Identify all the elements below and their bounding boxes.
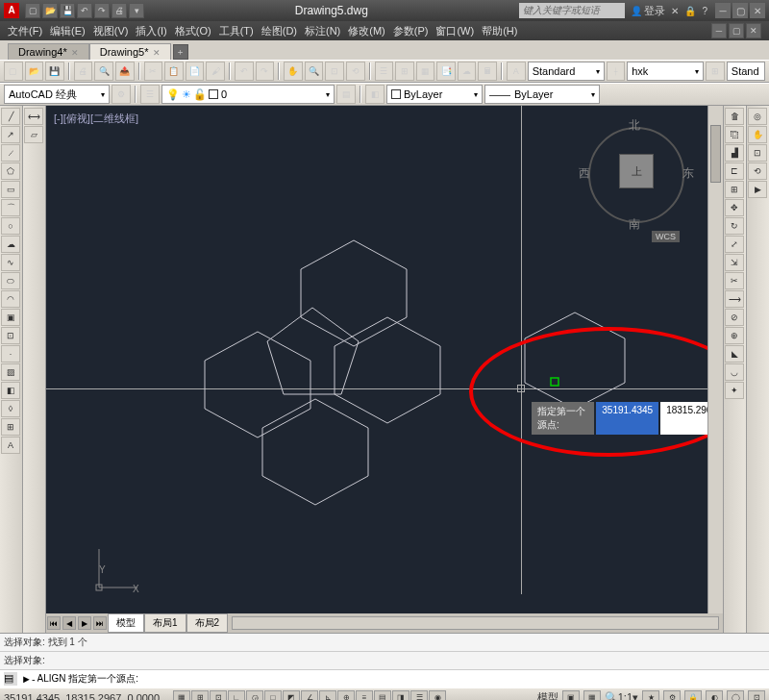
properties-icon[interactable]: ☰ xyxy=(375,62,394,81)
menu-parametric[interactable]: 参数(P) xyxy=(393,24,429,38)
menu-modify[interactable]: 修改(M) xyxy=(348,24,385,38)
break-icon[interactable]: ⊘ xyxy=(725,309,744,326)
close-button[interactable]: ✕ xyxy=(750,3,765,18)
ucs-icon[interactable] xyxy=(94,544,142,592)
close-icon[interactable]: ✕ xyxy=(71,48,79,58)
menu-draw[interactable]: 绘图(D) xyxy=(261,24,297,38)
open-icon[interactable]: 📂 xyxy=(25,62,44,81)
menu-window[interactable]: 窗口(W) xyxy=(435,24,474,38)
gradient-icon[interactable]: ◧ xyxy=(1,382,20,399)
polygon-icon[interactable]: ⬠ xyxy=(1,162,20,180)
offset-icon[interactable]: ⊏ xyxy=(725,162,744,180)
zoom-extents-icon[interactable]: ⊡ xyxy=(748,144,767,162)
text-style-dropdown[interactable]: Standard▾ xyxy=(528,62,605,81)
xline-icon[interactable]: ↗ xyxy=(1,126,20,143)
quickview-layouts-icon[interactable]: ▣ xyxy=(562,690,580,701)
extend-icon[interactable]: ⟶ xyxy=(725,290,744,308)
dyn-icon[interactable]: ⊕ xyxy=(337,690,355,701)
coordinate-display[interactable]: 35191.4345, 18315.2967, 0.0000 xyxy=(4,692,167,701)
fillet-icon[interactable]: ◡ xyxy=(725,363,744,381)
polar-icon[interactable]: ◶ xyxy=(246,690,263,701)
menu-edit[interactable]: 编辑(E) xyxy=(50,24,86,38)
stretch-icon[interactable]: ⇲ xyxy=(725,254,744,271)
workspace-settings-icon[interactable]: ⚙ xyxy=(112,85,131,104)
tab-prev-icon[interactable]: ◀ xyxy=(62,616,76,630)
rotate-icon[interactable]: ↻ xyxy=(725,217,744,235)
trim-icon[interactable]: ✂ xyxy=(725,272,744,289)
preview-icon[interactable]: 🔍 xyxy=(94,62,113,81)
lock-ui-icon[interactable]: 🔒 xyxy=(684,690,702,701)
explode-icon[interactable]: ✦ xyxy=(725,382,744,399)
new-icon[interactable]: ▢ xyxy=(4,62,23,81)
qat-open-icon[interactable]: 📂 xyxy=(42,3,58,18)
designcenter-icon[interactable]: ⊞ xyxy=(395,62,414,81)
viewcube[interactable]: 北 南 东 西 上 xyxy=(579,117,694,233)
compass-north[interactable]: 北 xyxy=(629,117,640,134)
tab-last-icon[interactable]: ⏭ xyxy=(93,616,107,630)
mdi-close-icon[interactable]: ✕ xyxy=(746,23,761,38)
maximize-button[interactable]: ▢ xyxy=(732,3,748,18)
pan-icon[interactable]: ✋ xyxy=(284,62,303,81)
qat-new-icon[interactable]: ▢ xyxy=(25,3,40,18)
polyline-icon[interactable]: ⟋ xyxy=(1,144,20,162)
doc-tab[interactable]: Drawing5*✕ xyxy=(89,43,171,60)
publish-icon[interactable]: 📤 xyxy=(115,62,135,81)
chamfer-icon[interactable]: ◣ xyxy=(725,345,744,362)
hatch-icon[interactable]: ▨ xyxy=(1,363,20,381)
matchprop-icon[interactable]: 🖌 xyxy=(206,62,225,81)
copy-icon[interactable]: 📋 xyxy=(164,62,184,81)
ellipse-arc-icon[interactable]: ◠ xyxy=(1,290,20,308)
orbit-icon[interactable]: ⟲ xyxy=(748,162,767,180)
doc-tab[interactable]: Drawing4*✕ xyxy=(8,43,89,60)
revcloud-icon[interactable]: ☁ xyxy=(1,236,20,253)
layout-tab[interactable]: 布局2 xyxy=(186,613,229,633)
osnap-icon[interactable]: □ xyxy=(264,690,282,701)
distance-icon[interactable]: ⟷ xyxy=(24,108,43,125)
compass-south[interactable]: 南 xyxy=(629,216,640,233)
layout-tab-model[interactable]: 模型 xyxy=(108,613,144,633)
coord-x-input[interactable]: 35191.4345 xyxy=(596,402,658,435)
3dosnap-icon[interactable]: ◩ xyxy=(283,690,300,701)
showmotion-icon[interactable]: ▶ xyxy=(748,181,767,198)
linetype-dropdown[interactable]: —— ByLayer ▾ xyxy=(484,85,600,104)
grid-icon[interactable]: ⊡ xyxy=(210,690,227,701)
qat-more-icon[interactable]: ▾ xyxy=(129,3,144,18)
menu-format[interactable]: 格式(O) xyxy=(175,24,211,38)
erase-icon[interactable]: 🗑 xyxy=(725,108,744,125)
close-icon[interactable]: ✕ xyxy=(153,48,161,58)
vertical-scrollbar[interactable] xyxy=(707,106,723,613)
ellipse-icon[interactable]: ⬭ xyxy=(1,272,20,289)
plot-icon[interactable]: 🖨 xyxy=(74,62,93,81)
redo-icon[interactable]: ↷ xyxy=(256,62,275,81)
wcs-label[interactable]: WCS xyxy=(652,231,680,242)
app-logo[interactable]: A xyxy=(4,3,19,18)
zoom-prev-icon[interactable]: ⟲ xyxy=(346,62,365,81)
menu-file[interactable]: 文件(F) xyxy=(8,24,42,38)
qat-print-icon[interactable]: 🖨 xyxy=(112,3,127,18)
isolate-icon[interactable]: ◯ xyxy=(727,690,744,701)
move-icon[interactable]: ✥ xyxy=(725,199,744,216)
signin-link[interactable]: 👤 登录 xyxy=(631,4,666,18)
tab-next-icon[interactable]: ▶ xyxy=(78,616,91,630)
point-icon[interactable]: · xyxy=(1,345,20,362)
calc-icon[interactable]: 🖩 xyxy=(478,62,497,81)
insert-block-icon[interactable]: ▣ xyxy=(1,309,20,326)
steering-wheel-icon[interactable]: ◎ xyxy=(748,108,767,125)
stayconnected-icon[interactable]: 🔒 xyxy=(684,6,696,16)
help-search-input[interactable]: 键入关键字或短语 xyxy=(519,3,625,18)
menu-insert[interactable]: 插入(I) xyxy=(136,24,166,38)
command-input[interactable] xyxy=(37,674,765,685)
am-icon[interactable]: ◉ xyxy=(429,690,446,701)
hexagon-shape[interactable] xyxy=(517,308,633,413)
workspace-dropdown[interactable]: AutoCAD 经典▾ xyxy=(4,85,110,104)
workspace-switch-icon[interactable]: ⚙ xyxy=(663,690,681,701)
mdi-restore-icon[interactable]: ▢ xyxy=(729,23,744,38)
join-icon[interactable]: ⊕ xyxy=(725,327,744,344)
hexagon-shape[interactable] xyxy=(253,394,378,510)
anno-visibility-icon[interactable]: ★ xyxy=(642,690,659,701)
qat-undo-icon[interactable]: ↶ xyxy=(77,3,92,18)
region-icon[interactable]: ◊ xyxy=(1,400,20,417)
horizontal-scrollbar[interactable] xyxy=(232,616,719,630)
pan-nav-icon[interactable]: ✋ xyxy=(748,126,767,143)
anno-scale[interactable]: 🔍1:1▾ xyxy=(605,691,638,700)
